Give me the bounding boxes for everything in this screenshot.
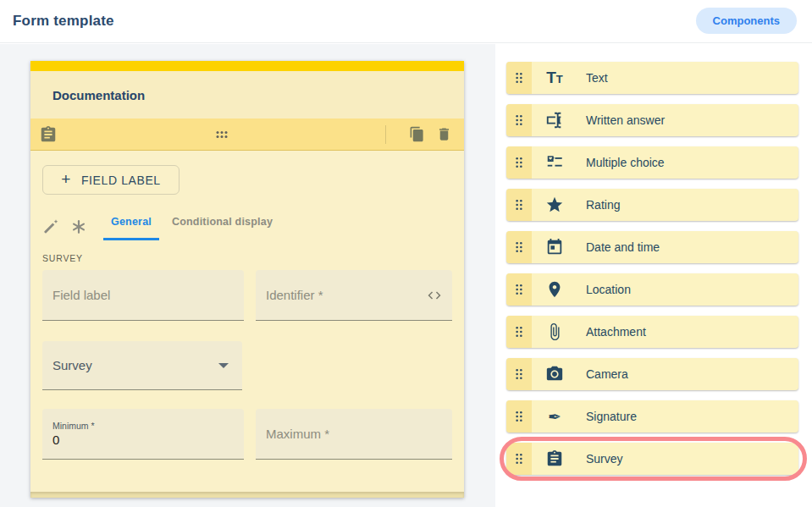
component-item-signature[interactable]: ✒ Signature <box>506 400 798 433</box>
add-field-label-button[interactable]: + FIELD LABEL <box>42 165 180 195</box>
minimum-input[interactable] <box>52 433 234 447</box>
tab-conditional-display[interactable]: Conditional display <box>164 212 280 240</box>
component-item-rating[interactable]: Rating <box>506 189 798 221</box>
components-list: TT Text Written answer Multiple choice R… <box>506 62 798 485</box>
component-item-label: Attachment <box>586 325 646 339</box>
minimum-label: Minimum * <box>52 421 95 431</box>
maximum-input[interactable] <box>266 427 442 441</box>
field-type-section-label: SURVEY <box>42 253 452 263</box>
minmax-row: Minimum * <box>42 409 452 460</box>
component-item-label: Location <box>586 283 631 296</box>
code-icon <box>427 288 442 303</box>
survey-select-value: Survey <box>52 358 218 372</box>
component-item-survey[interactable]: Survey <box>506 443 798 475</box>
component-item-label: Survey <box>586 452 623 466</box>
trash-icon[interactable] <box>436 126 452 142</box>
component-item-label: Text <box>586 71 608 85</box>
field-settings-row <box>42 270 452 321</box>
drag-handle-icon[interactable] <box>506 62 532 94</box>
chevron-down-icon <box>218 363 229 368</box>
component-item-camera[interactable]: Camera <box>506 358 798 390</box>
identifier-input[interactable] <box>266 288 422 302</box>
survey-select[interactable]: Survey <box>42 341 242 390</box>
plus-icon: + <box>61 170 71 189</box>
form-section-header: Documentation <box>30 71 464 118</box>
pen-nib-icon: ✒ <box>545 407 564 426</box>
component-item-attachment[interactable]: Attachment <box>506 316 798 348</box>
drag-handle-icon[interactable] <box>506 316 532 348</box>
add-field-label-text: FIELD LABEL <box>81 174 161 187</box>
drag-handle-icon[interactable] <box>506 189 532 221</box>
components-button[interactable]: Components <box>696 8 797 34</box>
clipboard-icon <box>39 125 58 144</box>
drag-handle-icon[interactable] <box>506 400 532 433</box>
component-item-location[interactable]: Location <box>506 273 798 306</box>
field-card-toolbar <box>30 118 464 151</box>
minimum-input-wrap: Minimum * <box>42 409 244 460</box>
component-item-written-answer[interactable]: Written answer <box>506 104 798 136</box>
copy-icon[interactable] <box>409 126 425 142</box>
field-label-input[interactable] <box>52 288 234 302</box>
component-item-text[interactable]: TT Text <box>506 62 798 94</box>
identifier-input-wrap <box>256 270 452 321</box>
component-item-label: Date and time <box>586 240 660 254</box>
component-item-date-and-time[interactable]: Date and time <box>506 231 798 263</box>
magic-wand-icon[interactable] <box>42 218 59 235</box>
location-pin-icon <box>545 280 564 299</box>
star-icon <box>545 196 564 214</box>
camera-icon <box>545 365 564 383</box>
app-header: Form template Components <box>0 0 812 43</box>
component-item-label: Written answer <box>586 113 665 127</box>
component-item-label: Signature <box>586 410 637 423</box>
multiple-choice-icon <box>545 153 564 172</box>
component-item-multiple-choice[interactable]: Multiple choice <box>506 146 798 179</box>
page-title: Form template <box>13 13 114 30</box>
drag-handle-icon[interactable] <box>506 104 532 136</box>
asterisk-icon[interactable] <box>70 218 87 235</box>
component-item-label: Camera <box>586 367 628 381</box>
form-builder-screen: Form template Components Documentation <box>0 0 812 507</box>
panel-bottom-strip <box>30 492 464 498</box>
text-icon: TT <box>545 69 564 87</box>
drag-handle-icon[interactable] <box>506 273 532 306</box>
drag-handle-icon[interactable] <box>506 443 532 475</box>
calendar-icon <box>545 238 564 256</box>
form-section-title: Documentation <box>52 88 145 102</box>
written-answer-icon <box>545 111 564 130</box>
component-item-label: Rating <box>586 198 620 212</box>
paperclip-icon <box>545 322 564 341</box>
maximum-input-wrap <box>256 409 452 460</box>
clipboard-icon <box>545 449 564 468</box>
form-accent-strip <box>30 61 464 71</box>
drag-handle-icon[interactable] <box>506 146 532 179</box>
survey-select-row: Survey <box>42 341 452 390</box>
field-tabs: General Conditional display <box>42 212 452 240</box>
drag-handle-icon[interactable] <box>506 358 532 390</box>
component-item-label: Multiple choice <box>586 156 665 169</box>
field-card-body: + FIELD LABEL General Conditional displa… <box>30 151 464 492</box>
drag-handle-icon[interactable] <box>506 231 532 263</box>
field-label-input-wrap <box>42 270 244 321</box>
toolbar-divider <box>385 125 386 144</box>
drag-handle-icon[interactable] <box>213 129 230 141</box>
tab-general[interactable]: General <box>103 212 159 240</box>
form-panel: Documentation + FIELD LABEL <box>30 61 464 498</box>
